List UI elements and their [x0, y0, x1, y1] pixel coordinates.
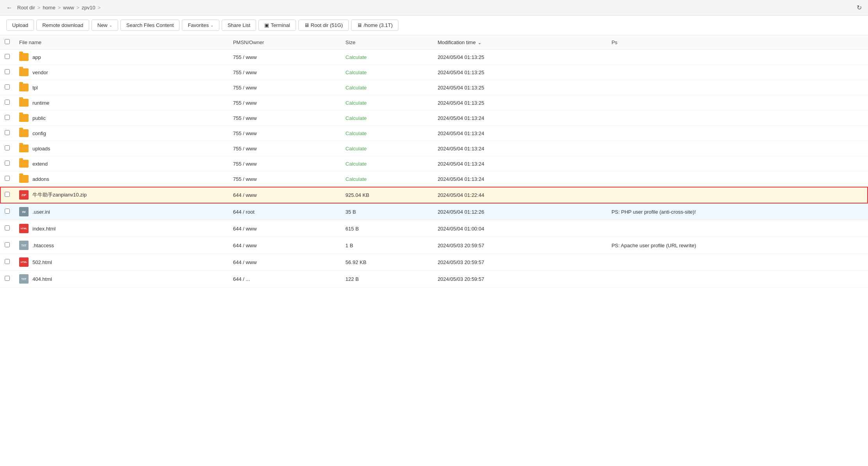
row-filename-cell[interactable]: public	[14, 111, 228, 125]
breadcrumb-bar: ← Root dir > home > www > zpv10 > ↻	[0, 0, 868, 16]
row-filename-cell[interactable]: TXT404.html	[14, 271, 228, 287]
calculate-link[interactable]: Calculate	[346, 161, 367, 167]
back-button[interactable]: ←	[6, 4, 13, 11]
row-filename-cell[interactable]: INI.user.ini	[14, 204, 228, 220]
row-checkbox-cell	[0, 156, 14, 171]
row-checkbox[interactable]	[5, 84, 10, 89]
calculate-link[interactable]: Calculate	[346, 115, 367, 121]
row-checkbox[interactable]	[5, 259, 10, 264]
row-checkbox[interactable]	[5, 115, 10, 120]
row-filename-cell[interactable]: extend	[14, 156, 228, 171]
header-modification-time[interactable]: Modification time ⌄	[433, 35, 607, 50]
row-filename-cell[interactable]: HTML502.html	[14, 254, 228, 270]
row-mtime: 2024/05/03 20:59:57	[433, 237, 607, 254]
row-checkbox[interactable]	[5, 54, 10, 59]
row-filename-cell[interactable]: addons	[14, 171, 228, 186]
row-filename: public	[32, 115, 46, 121]
row-pmsn: 644 / www	[228, 187, 341, 204]
table-row[interactable]: TXT.htaccess644 / www1 B2024/05/03 20:59…	[0, 237, 868, 254]
calculate-link[interactable]: Calculate	[346, 85, 367, 91]
new-button[interactable]: New ⌄	[91, 20, 118, 31]
breadcrumb-home[interactable]: home	[43, 5, 56, 11]
row-mtime: 2024/05/04 01:13:24	[433, 126, 607, 141]
header-pmsn[interactable]: PMSN/Owner	[228, 35, 341, 50]
home-dir-button[interactable]: 🖥 /home (3.1T)	[351, 20, 398, 31]
row-size[interactable]: Calculate	[341, 65, 433, 80]
row-filename-cell[interactable]: runtime	[14, 95, 228, 110]
table-row[interactable]: public755 / wwwCalculate2024/05/04 01:13…	[0, 111, 868, 126]
header-filename[interactable]: File name	[14, 35, 228, 50]
row-size[interactable]: Calculate	[341, 80, 433, 95]
row-checkbox[interactable]	[5, 242, 10, 247]
row-ps	[607, 141, 868, 156]
row-filename-cell[interactable]: uploads	[14, 141, 228, 156]
root-dir-button[interactable]: 🖥 Root dir (51G)	[298, 20, 349, 31]
table-row[interactable]: extend755 / wwwCalculate2024/05/04 01:13…	[0, 156, 868, 171]
refresh-button[interactable]: ↻	[857, 4, 862, 11]
row-size[interactable]: Calculate	[341, 126, 433, 141]
row-size[interactable]: Calculate	[341, 171, 433, 187]
calculate-link[interactable]: Calculate	[346, 146, 367, 152]
row-pmsn: 644 / www	[228, 237, 341, 254]
row-checkbox[interactable]	[5, 161, 10, 166]
table-row[interactable]: HTML502.html644 / www56.92 KB2024/05/03 …	[0, 254, 868, 271]
remote-download-button[interactable]: Remote download	[36, 20, 89, 31]
row-size[interactable]: Calculate	[341, 50, 433, 65]
row-mtime: 2024/05/04 01:13:24	[433, 171, 607, 187]
table-row[interactable]: tpl755 / wwwCalculate2024/05/04 01:13:25	[0, 80, 868, 95]
calculate-link[interactable]: Calculate	[346, 176, 367, 182]
folder-icon	[19, 84, 29, 91]
row-pmsn: 644 / ...	[228, 271, 341, 287]
row-filename-cell[interactable]: HTMLindex.html	[14, 220, 228, 237]
row-checkbox[interactable]	[5, 69, 10, 74]
calculate-link[interactable]: Calculate	[346, 54, 367, 60]
row-size[interactable]: Calculate	[341, 156, 433, 171]
upload-button[interactable]: Upload	[6, 20, 34, 31]
table-row[interactable]: addons755 / wwwCalculate2024/05/04 01:13…	[0, 171, 868, 187]
row-ps	[607, 271, 868, 287]
row-filename: tpl	[32, 85, 38, 91]
row-filename-cell[interactable]: vendor	[14, 65, 228, 80]
share-list-button[interactable]: Share List	[222, 20, 256, 31]
table-row[interactable]: app755 / wwwCalculate2024/05/04 01:13:25	[0, 50, 868, 65]
row-size[interactable]: Calculate	[341, 95, 433, 111]
select-all-checkbox[interactable]	[5, 39, 10, 44]
row-filename-cell[interactable]: ZIP牛牛助手zanpianv10.zip	[14, 187, 228, 203]
row-checkbox[interactable]	[5, 225, 10, 230]
search-files-button[interactable]: Search Files Content	[120, 20, 179, 31]
row-filename: app	[32, 54, 41, 60]
row-size[interactable]: Calculate	[341, 111, 433, 126]
row-filename-cell[interactable]: app	[14, 50, 228, 64]
row-filename: config	[32, 130, 46, 136]
row-checkbox[interactable]	[5, 209, 10, 214]
calculate-link[interactable]: Calculate	[346, 130, 367, 136]
table-row[interactable]: TXT404.html644 / ...122 B2024/05/03 20:5…	[0, 271, 868, 287]
terminal-icon: ▣	[264, 22, 269, 28]
row-filename-cell[interactable]: TXT.htaccess	[14, 237, 228, 254]
row-checkbox[interactable]	[5, 130, 10, 135]
row-checkbox[interactable]	[5, 192, 10, 197]
row-filename-cell[interactable]: tpl	[14, 80, 228, 95]
row-size[interactable]: Calculate	[341, 141, 433, 156]
folder-icon	[19, 68, 29, 76]
row-filename-cell[interactable]: config	[14, 126, 228, 141]
calculate-link[interactable]: Calculate	[346, 100, 367, 106]
table-row[interactable]: ZIP牛牛助手zanpianv10.zip644 / www925.04 KB2…	[0, 187, 868, 204]
table-row[interactable]: vendor755 / wwwCalculate2024/05/04 01:13…	[0, 65, 868, 80]
breadcrumb-www[interactable]: www	[63, 5, 74, 11]
row-checkbox[interactable]	[5, 145, 10, 150]
favorites-button[interactable]: Favorites ⌄	[182, 20, 219, 31]
terminal-button[interactable]: ▣ Terminal	[258, 20, 296, 31]
breadcrumb-root[interactable]: Root dir	[17, 5, 35, 11]
row-checkbox[interactable]	[5, 176, 10, 181]
row-checkbox[interactable]	[5, 100, 10, 105]
table-row[interactable]: HTMLindex.html644 / www615 B2024/05/04 0…	[0, 220, 868, 237]
row-checkbox[interactable]	[5, 276, 10, 281]
calculate-link[interactable]: Calculate	[346, 70, 367, 75]
table-row[interactable]: runtime755 / wwwCalculate2024/05/04 01:1…	[0, 95, 868, 111]
table-row[interactable]: config755 / wwwCalculate2024/05/04 01:13…	[0, 126, 868, 141]
header-size[interactable]: Size	[341, 35, 433, 50]
table-row[interactable]: INI.user.ini644 / root35 B2024/05/04 01:…	[0, 204, 868, 220]
breadcrumb-zpv10[interactable]: zpv10	[82, 5, 95, 11]
table-row[interactable]: uploads755 / wwwCalculate2024/05/04 01:1…	[0, 141, 868, 156]
